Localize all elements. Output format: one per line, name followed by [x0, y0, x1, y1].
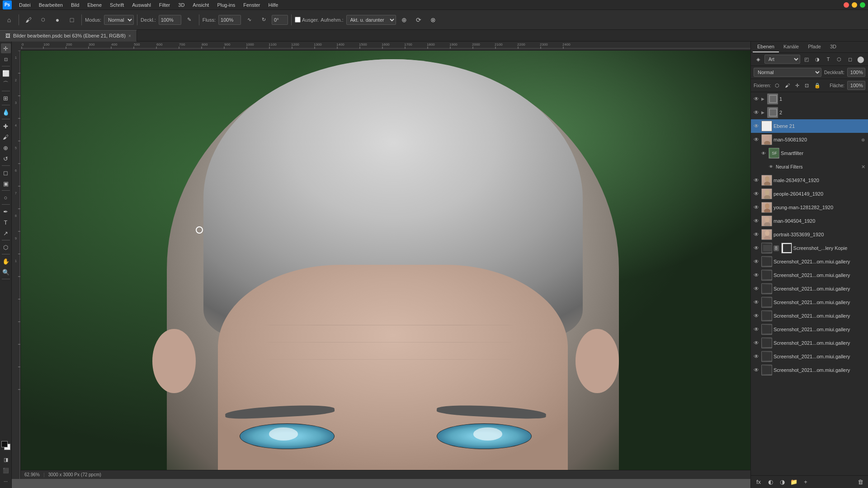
- group-expand-arrow[interactable]: ▶: [761, 97, 766, 101]
- tab-3d[interactable]: 3D: [826, 42, 841, 52]
- filter-adj-button[interactable]: ◑: [813, 55, 822, 64]
- deckung-adjust-button[interactable]: ✎: [183, 14, 196, 26]
- filter-text-button[interactable]: T: [824, 55, 833, 64]
- menu-bild[interactable]: Bild: [67, 1, 83, 9]
- fluss-input[interactable]: [218, 15, 241, 25]
- list-item[interactable]: 👁 Screenshot_2021...om.miui.gallery: [751, 268, 868, 282]
- home-button[interactable]: ⌂: [3, 14, 15, 26]
- lock-position-button[interactable]: ✛: [794, 82, 801, 89]
- layer-visibility-toggle[interactable]: 👁: [753, 109, 760, 116]
- menu-plugins[interactable]: Plug-ins: [213, 1, 239, 9]
- layer-visibility-toggle[interactable]: 👁: [753, 312, 760, 319]
- window-minimize-button[interactable]: [852, 2, 857, 8]
- menu-bearbeiten[interactable]: Bearbeiten: [35, 1, 66, 9]
- list-item[interactable]: 👁 Screenshot_2021...om.miui.gallery: [751, 282, 868, 296]
- list-item[interactable]: 👁 man-904504_1920: [751, 214, 868, 228]
- layer-visibility-toggle[interactable]: 👁: [753, 258, 760, 265]
- layer-visibility-toggle[interactable]: 👁: [753, 366, 760, 374]
- menu-schrift[interactable]: Schrift: [106, 1, 127, 9]
- lock-transparent-button[interactable]: ⬡: [774, 82, 781, 89]
- layer-visibility-toggle[interactable]: 👁: [753, 299, 760, 306]
- layer-visibility-toggle[interactable]: 👁: [753, 95, 760, 103]
- list-item[interactable]: 👁 8 Screenshot_...lery Kopie: [751, 241, 868, 255]
- layer-visibility-toggle[interactable]: 👁: [753, 285, 760, 292]
- quick-mask-button[interactable]: ◨: [1, 455, 11, 465]
- smooth-button[interactable]: ⟳: [412, 14, 425, 26]
- shape-tool[interactable]: ⬡: [1, 242, 11, 252]
- list-item[interactable]: 👁 Neural Filters ✕: [751, 160, 868, 174]
- winkel-button[interactable]: ↻: [257, 14, 270, 26]
- add-mask-button[interactable]: ◐: [765, 477, 775, 487]
- layer-visibility-toggle[interactable]: 👁: [753, 231, 760, 238]
- list-item[interactable]: 👁 young-man-1281282_1920: [751, 201, 868, 214]
- gradient-tool[interactable]: ▣: [1, 178, 11, 188]
- menu-ansicht[interactable]: Ansicht: [189, 1, 212, 9]
- layer-visibility-toggle[interactable]: 👁: [753, 339, 760, 347]
- screen-mode-button[interactable]: ⬛: [1, 465, 11, 475]
- filter-shape-button[interactable]: ⬡: [835, 55, 844, 64]
- lock-artboard-button[interactable]: ⊡: [803, 82, 810, 89]
- hand-tool[interactable]: ✋: [1, 256, 11, 266]
- add-adjustment-button[interactable]: ◑: [777, 477, 787, 487]
- add-layer-button[interactable]: +: [801, 477, 811, 487]
- window-maximize-button[interactable]: [860, 2, 865, 8]
- layer-visibility-toggle[interactable]: 👁: [753, 217, 760, 225]
- dodge-tool[interactable]: ○: [1, 192, 11, 202]
- history-brush[interactable]: ↺: [1, 154, 11, 164]
- layer-visibility-toggle[interactable]: 👁: [767, 163, 774, 170]
- list-item[interactable]: 👁 Screenshot_2021...om.miui.gallery: [751, 255, 868, 268]
- modus-select[interactable]: Normal: [104, 15, 134, 25]
- layer-visibility-toggle[interactable]: 👁: [760, 150, 767, 157]
- document-tab[interactable]: 🖼 Bilder bearbeiten.psdc bei 63% (Ebene …: [0, 30, 137, 42]
- filter-type-select[interactable]: Art: [764, 55, 800, 64]
- canvas-content[interactable]: 62.96% | 3000 x 3000 Px (72 ppcm): [21, 51, 750, 479]
- delete-layer-button[interactable]: 🗑: [855, 477, 865, 487]
- foreground-color-swatch[interactable]: [1, 441, 8, 447]
- layer-visibility-toggle[interactable]: 👁: [753, 353, 760, 360]
- layer-visibility-toggle[interactable]: 👁: [753, 177, 760, 184]
- layer-visibility-toggle[interactable]: 👁: [753, 136, 760, 143]
- menu-ebene[interactable]: Ebene: [84, 1, 105, 9]
- zoom-tool[interactable]: 🔍: [1, 267, 11, 277]
- filter-kind-button[interactable]: ◈: [754, 55, 763, 64]
- menu-fenster[interactable]: Fenster: [240, 1, 264, 9]
- eraser-tool[interactable]: ◻: [1, 168, 11, 178]
- list-item[interactable]: 👁 Ebene 21: [751, 119, 868, 133]
- layer-visibility-toggle[interactable]: 👁: [753, 122, 760, 130]
- window-close-button[interactable]: [844, 2, 849, 8]
- tab-ebenen[interactable]: Ebenen: [753, 42, 779, 52]
- layer-visibility-toggle[interactable]: 👁: [753, 190, 760, 197]
- lock-all-button[interactable]: 🔒: [813, 82, 822, 89]
- layer-visibility-toggle[interactable]: 👁: [753, 204, 760, 211]
- lasso-tool[interactable]: ⌒: [1, 79, 11, 89]
- filter-pixel-button[interactable]: ◰: [802, 55, 811, 64]
- tool-options-button[interactable]: ⬡: [37, 14, 49, 26]
- doc-tab-close[interactable]: ×: [128, 33, 131, 38]
- brush-tool[interactable]: 🖌: [1, 132, 11, 142]
- list-item[interactable]: 👁 Screenshot_2021...om.miui.gallery: [751, 350, 868, 363]
- menu-filter[interactable]: Filter: [156, 1, 174, 9]
- brush-preset-button[interactable]: ●: [51, 14, 64, 26]
- list-item[interactable]: 👁 Screenshot_2021...om.miui.gallery: [751, 296, 868, 309]
- layer-visibility-toggle[interactable]: 👁: [753, 326, 760, 333]
- tab-pfade[interactable]: Pfade: [803, 42, 826, 52]
- text-tool[interactable]: T: [1, 217, 11, 227]
- ausger-checkbox[interactable]: [295, 17, 301, 23]
- tab-kanaele[interactable]: Kanäle: [779, 42, 803, 52]
- extra-option-button[interactable]: ⊗: [427, 14, 439, 26]
- list-item[interactable]: 👁 Screenshot_2021...om.miui.gallery: [751, 323, 868, 336]
- heal-tool[interactable]: ✚: [1, 121, 11, 131]
- deckung-input[interactable]: [159, 15, 181, 25]
- layer-visibility-toggle[interactable]: 👁: [753, 244, 760, 252]
- lock-pixels-button[interactable]: 🖌: [783, 82, 791, 89]
- artboard-tool[interactable]: ⊡: [1, 54, 11, 64]
- menu-datei[interactable]: Datei: [15, 1, 34, 9]
- color-swatch-wrap[interactable]: [1, 441, 10, 450]
- stamp-tool[interactable]: ⊕: [1, 143, 11, 153]
- create-group-button[interactable]: 📁: [789, 477, 799, 487]
- path-tool[interactable]: ↗: [1, 228, 11, 238]
- list-item[interactable]: 👁 Screenshot_2021...om.miui.gallery: [751, 309, 868, 323]
- aufnehm-select[interactable]: Akt. u. darunter: [346, 15, 396, 25]
- marquee-tool[interactable]: ⬜: [1, 68, 11, 78]
- list-item[interactable]: 👁 SF Smartfilter: [751, 146, 868, 160]
